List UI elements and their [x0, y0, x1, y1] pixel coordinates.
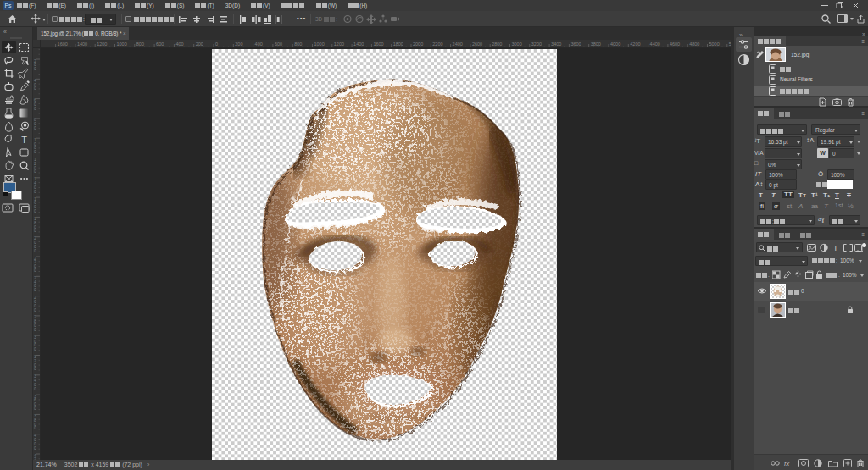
svg-text:3200: 3200 [531, 41, 542, 47]
svg-text:4000: 4000 [610, 41, 620, 47]
svg-text:4400: 4400 [650, 41, 660, 47]
svg-text:3600: 3600 [570, 41, 581, 47]
svg-text:4600: 4600 [670, 41, 680, 47]
svg-text:400: 400 [255, 41, 263, 47]
svg-text:600: 600 [156, 41, 164, 47]
svg-text:0: 0 [34, 387, 36, 391]
svg-text:800: 800 [136, 41, 144, 47]
svg-text:0: 0 [34, 209, 36, 213]
svg-text:3400: 3400 [551, 41, 561, 47]
svg-text:2800: 2800 [492, 41, 502, 47]
svg-text:0: 0 [34, 190, 36, 194]
svg-text:0: 0 [34, 406, 36, 411]
svg-text:4200: 4200 [630, 41, 640, 47]
svg-text:0: 0 [34, 150, 36, 154]
svg-text:0: 0 [34, 229, 36, 233]
svg-text:1400: 1400 [353, 41, 364, 47]
svg-text:1200: 1200 [97, 41, 107, 47]
svg-text:0: 0 [34, 86, 36, 91]
svg-text:0: 0 [34, 107, 36, 111]
svg-text:0: 0 [34, 328, 36, 332]
svg-text:0: 0 [34, 288, 36, 292]
svg-text:5000: 5000 [709, 41, 720, 47]
svg-text:T: T [833, 244, 838, 252]
svg-text:0: 0 [215, 41, 218, 47]
svg-text:0: 0 [34, 67, 36, 71]
svg-text:3800: 3800 [591, 41, 601, 47]
svg-text:2400: 2400 [453, 41, 463, 47]
svg-text:0: 0 [34, 126, 36, 130]
svg-text:0: 0 [34, 308, 36, 312]
svg-text:200: 200 [196, 41, 203, 47]
svg-text:1600: 1600 [58, 41, 68, 47]
svg-text:1000: 1000 [117, 41, 127, 47]
svg-text:600: 600 [275, 41, 282, 47]
svg-text:2000: 2000 [413, 41, 423, 47]
svg-text:1000: 1000 [314, 41, 325, 47]
svg-text:0: 0 [34, 446, 36, 451]
svg-text:1400: 1400 [77, 41, 87, 47]
svg-text:200: 200 [235, 41, 242, 47]
svg-text:400: 400 [175, 41, 183, 47]
svg-text:4800: 4800 [689, 41, 699, 47]
svg-text:0: 0 [34, 169, 36, 174]
svg-text:0: 0 [34, 426, 36, 430]
svg-text:800: 800 [294, 41, 302, 47]
svg-text:1800: 1800 [393, 41, 403, 47]
svg-text:0: 0 [34, 249, 36, 253]
svg-text:0: 0 [34, 367, 36, 371]
svg-text:1200: 1200 [334, 41, 344, 47]
svg-text:3000: 3000 [512, 41, 522, 47]
svg-text:0: 0 [34, 268, 36, 273]
svg-text:0: 0 [34, 347, 36, 351]
svg-text:1600: 1600 [373, 41, 383, 47]
svg-text:fx: fx [784, 460, 790, 467]
svg-text:2600: 2600 [472, 41, 482, 47]
svg-text:T: T [21, 135, 27, 145]
svg-text:2200: 2200 [432, 41, 442, 47]
